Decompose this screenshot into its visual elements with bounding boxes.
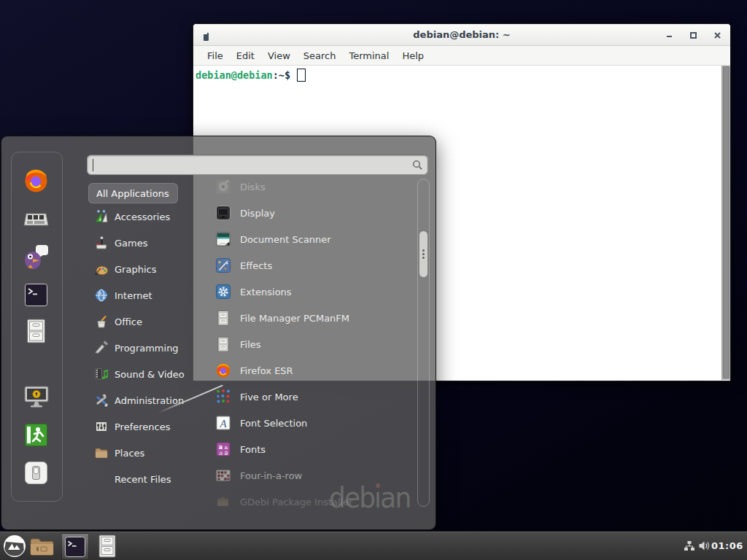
category-label: Office bbox=[115, 316, 142, 327]
display-icon bbox=[215, 205, 231, 221]
category-recent-files[interactable]: Recent Files bbox=[88, 469, 196, 489]
category-label: Recent Files bbox=[115, 474, 171, 485]
volume-tray-icon[interactable] bbox=[698, 540, 711, 555]
category-accessories[interactable]: Accessories bbox=[88, 206, 196, 227]
prompt-path: :~$ bbox=[273, 69, 290, 81]
menu-search[interactable]: Search bbox=[297, 50, 343, 61]
pidgin-favorite-icon[interactable] bbox=[23, 244, 50, 273]
sound-video-icon bbox=[94, 367, 109, 381]
category-graphics[interactable]: Graphics bbox=[88, 259, 196, 279]
app-label: Disks bbox=[240, 182, 266, 192]
administration-icon bbox=[94, 393, 109, 408]
category-administration[interactable]: Administration bbox=[88, 390, 196, 411]
apps-scrollbar-thumb[interactable] bbox=[419, 231, 427, 277]
window-terminal-icon bbox=[204, 31, 210, 44]
terminal-favorite-icon[interactable] bbox=[25, 284, 47, 309]
category-sound-video[interactable]: Sound & Video bbox=[88, 364, 196, 384]
terminal-task-button[interactable] bbox=[61, 533, 89, 559]
office-icon bbox=[94, 314, 109, 329]
category-games[interactable]: Games bbox=[88, 233, 196, 253]
category-places[interactable]: Places bbox=[88, 443, 196, 463]
category-label: Places bbox=[115, 448, 144, 459]
category-preferences[interactable]: Preferences bbox=[88, 416, 196, 437]
terminal-titlebar[interactable]: debian@debian: ~ bbox=[193, 24, 730, 46]
category-all-applications[interactable]: All Applications bbox=[88, 183, 178, 203]
app-item-four-in-a-row[interactable]: Four-in-a-row bbox=[211, 465, 411, 486]
window-controls bbox=[665, 24, 721, 46]
lock-screen-icon[interactable] bbox=[23, 386, 50, 412]
category-label: Graphics bbox=[115, 264, 156, 275]
window-title: debian@debian: ~ bbox=[193, 29, 730, 40]
taskbar: 01:06 bbox=[0, 531, 747, 560]
app-label: Fonts bbox=[240, 444, 266, 455]
gdebi-icon bbox=[215, 494, 231, 510]
prompt-user-host: debian@debian bbox=[196, 69, 273, 81]
category-label: Internet bbox=[115, 290, 152, 301]
app-item-file-manager-pcmanfm[interactable]: File Manager PCManFM bbox=[211, 308, 411, 328]
preferences-icon bbox=[94, 419, 109, 434]
app-label: Document Scanner bbox=[240, 234, 331, 245]
app-item-effects[interactable]: Effects bbox=[211, 255, 411, 276]
terminal-scrollbar[interactable] bbox=[721, 66, 730, 380]
apps-scrollbar[interactable] bbox=[417, 179, 430, 507]
document-scanner-icon bbox=[215, 231, 231, 247]
firefox-favorite-icon[interactable] bbox=[23, 167, 50, 197]
file-manager-launcher[interactable] bbox=[97, 534, 117, 560]
disks-icon bbox=[215, 179, 231, 195]
app-item-firefox-esr[interactable]: Firefox ESR bbox=[211, 360, 411, 381]
files-folder-launcher[interactable] bbox=[29, 537, 55, 560]
application-menu: All Applications Accessories bbox=[1, 136, 436, 530]
category-label: Accessories bbox=[115, 211, 170, 222]
menu-edit[interactable]: Edit bbox=[230, 50, 261, 61]
category-programming[interactable]: Programming bbox=[88, 338, 196, 358]
close-icon[interactable] bbox=[713, 31, 721, 39]
search-input[interactable] bbox=[92, 157, 406, 173]
menu-button[interactable] bbox=[3, 534, 26, 560]
app-label: Effects bbox=[240, 260, 272, 271]
file-cabinet-favorite-icon[interactable] bbox=[26, 319, 47, 347]
onboard-keyboard-favorite-icon[interactable] bbox=[23, 209, 49, 232]
app-item-gdebi-package-installer[interactable]: GDebi Package Installer bbox=[211, 491, 411, 512]
programming-icon bbox=[94, 341, 109, 355]
app-item-extensions[interactable]: Extensions bbox=[211, 281, 411, 302]
four-in-a-row-icon bbox=[215, 467, 231, 483]
app-item-disks[interactable]: Disks bbox=[211, 176, 411, 197]
menu-terminal[interactable]: Terminal bbox=[342, 50, 395, 61]
app-label: Four-in-a-row bbox=[240, 470, 302, 481]
app-label: Display bbox=[240, 208, 275, 219]
app-item-display[interactable]: Display bbox=[211, 203, 411, 223]
file-cabinet-icon bbox=[215, 336, 231, 352]
category-label: Administration bbox=[115, 395, 184, 406]
app-label: File Manager PCManFM bbox=[240, 313, 349, 324]
app-item-five-or-more[interactable]: Five or More bbox=[211, 386, 411, 407]
terminal-scrollbar-thumb[interactable] bbox=[723, 66, 729, 378]
network-tray-icon[interactable] bbox=[684, 540, 695, 555]
menu-view[interactable]: View bbox=[261, 50, 297, 61]
svg-text:A: A bbox=[219, 418, 227, 429]
taskbar-clock[interactable]: 01:06 bbox=[711, 540, 743, 551]
shut-down-icon[interactable] bbox=[25, 462, 47, 487]
file-cabinet-icon bbox=[215, 310, 231, 326]
category-label: Programming bbox=[115, 343, 179, 354]
app-label: Font Selection bbox=[240, 418, 307, 429]
extensions-icon bbox=[215, 284, 231, 300]
app-item-document-scanner[interactable]: Document Scanner bbox=[211, 229, 411, 249]
places-icon bbox=[94, 446, 109, 460]
category-office[interactable]: Office bbox=[88, 311, 196, 332]
svg-text:a: a bbox=[219, 450, 222, 456]
app-item-files[interactable]: Files bbox=[211, 334, 411, 354]
menu-file[interactable]: File bbox=[201, 50, 230, 61]
svg-text:a: a bbox=[225, 450, 228, 456]
search-box bbox=[87, 155, 428, 175]
category-internet[interactable]: Internet bbox=[88, 285, 196, 306]
minimize-icon[interactable] bbox=[665, 31, 673, 39]
app-label: Firefox ESR bbox=[240, 365, 293, 376]
category-label: Games bbox=[115, 238, 147, 249]
log-out-icon[interactable] bbox=[25, 424, 47, 449]
maximize-icon[interactable] bbox=[689, 31, 697, 39]
app-item-font-selection[interactable]: A Font Selection bbox=[211, 413, 411, 433]
terminal-cursor bbox=[297, 69, 306, 82]
menu-help[interactable]: Help bbox=[395, 50, 430, 61]
accessories-icon bbox=[94, 209, 109, 224]
app-item-fonts[interactable]: a a a a Fonts bbox=[211, 439, 411, 459]
